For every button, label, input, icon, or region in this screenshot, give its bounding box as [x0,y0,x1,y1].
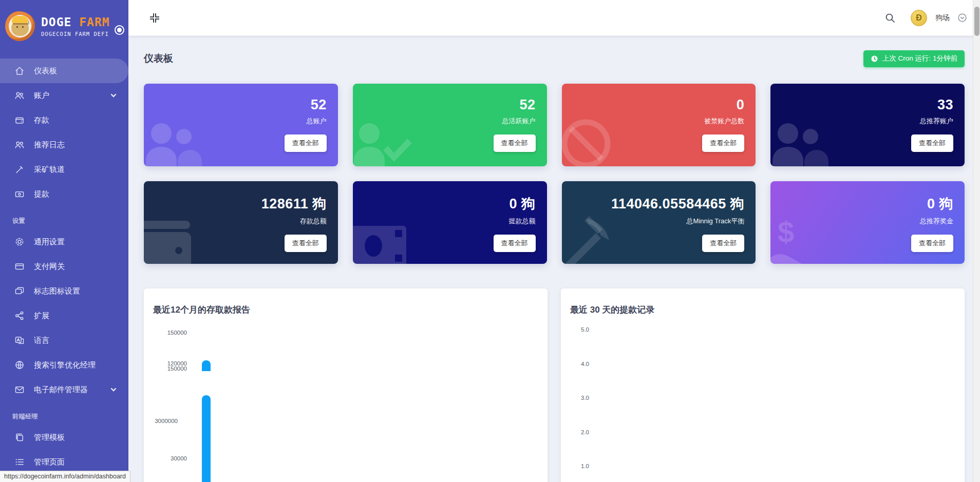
view-all-button[interactable]: 查看全部 [702,235,744,252]
sidebar-item-label: 提款 [34,189,49,199]
share-nodes-icon [14,311,25,321]
page-scrollbar[interactable] [973,0,980,482]
sidebar-item-pickaxe[interactable]: 采矿轨道 [0,157,128,182]
sidebar-item-users[interactable]: 账户 [0,83,128,108]
sidebar-item-wallet[interactable]: 存款 [0,108,128,132]
user-avatar[interactable]: Ð [911,10,927,26]
y-axis-tick-label: 150000 [151,365,187,372]
view-all-button[interactable]: 查看全部 [911,134,953,152]
clock-icon [871,55,878,63]
stat-cards-row-1: 52总账户查看全部52总活跃账户查看全部0被禁账户总数查看全部33总推荐账户查看… [144,84,965,166]
view-all-button[interactable]: 查看全部 [285,235,327,252]
y-axis-tick-label: 1.0 [553,463,589,469]
pickaxe-icon [14,164,25,175]
content: 仪表板 上次 Cron 运行: 1分钟前 52总账户查看全部52总活跃账户查看全… [128,36,980,482]
stat-card-value: 114046.05584465 狗 [611,195,744,213]
doge-logo-icon [5,11,35,41]
sidebar-pin-toggle[interactable] [115,25,124,35]
sidebar-item-globe[interactable]: 搜索引擎优化经理 [0,353,128,377]
brand-title: DOGE FARM [41,15,110,29]
sidebar-item-envelope[interactable]: 电子邮件管理器 [0,377,128,402]
sidebar-item-language[interactable]: 语言 [0,328,128,353]
referral-users-icon [14,140,25,150]
stat-card-value: 0 [737,97,745,113]
sidebar-section-header: 前端经理 [0,402,128,425]
chart-title: 最近12个月的存取款报告 [153,304,250,316]
view-all-button[interactable]: 查看全部 [494,134,536,152]
users-icon [144,112,206,166]
stat-card: 52总活跃账户查看全部 [353,84,547,166]
withdrawals-30days-chart: 最近 30 天的提款记录 5.04.03.02.01.0 [561,288,965,482]
y-axis-tick-label: 150000 [151,330,187,336]
charts-row: 最近12个月的存取款报告 150000120000150000300000030… [144,288,965,482]
y-axis-tick-label: 3.0 [553,395,589,401]
sidebar-item-label: 仪表板 [34,66,57,76]
stat-card-value: 52 [519,97,535,113]
sidebar-item-images[interactable]: 标志图标设置 [0,279,128,303]
stat-card-label: 总推荐账户 [920,117,953,126]
search-icon[interactable] [885,13,895,23]
stat-card-value: 0 狗 [927,195,953,213]
sidebar-item-credit-card[interactable]: 支付网关 [0,254,128,279]
sidebar-item-cog[interactable]: 通用设置 [0,229,128,254]
chevron-down-icon[interactable] [110,92,117,99]
sidebar-collapse-icon[interactable] [149,12,160,24]
user-menu-chevron-icon[interactable] [958,13,967,22]
sidebar-item-money-bill[interactable]: 提款 [0,182,128,206]
home-icon [14,66,25,76]
sidebar-item-clone[interactable]: 管理模板 [0,425,128,450]
chart-bar [202,360,211,371]
scrollbar-thumb[interactable] [974,7,979,36]
stat-card: 128611 狗存款总额查看全部 [144,181,338,264]
sidebar-item-label: 采矿轨道 [34,165,65,175]
view-all-button[interactable]: 查看全部 [494,235,536,252]
images-icon [14,286,25,296]
cron-status-button[interactable]: 上次 Cron 运行: 1分钟前 [863,50,965,67]
chart-bar [202,395,211,482]
stat-card-value: 128611 狗 [261,195,327,213]
sidebar-item-label: 推荐日志 [34,140,65,150]
sidebar-item-label: 管理模板 [34,433,65,442]
view-all-button[interactable]: 查看全部 [285,134,327,152]
y-axis-tick-label: 3000000 [142,418,178,424]
sidebar-item-label: 存款 [34,115,49,125]
sidebar-item-label: 搜索引擎优化经理 [34,360,96,370]
sidebar-item-label: 支付网关 [34,262,65,272]
view-all-button[interactable]: 查看全部 [702,134,744,152]
money-bill-icon [353,209,416,264]
view-all-button[interactable]: 查看全部 [911,235,953,252]
page-title: 仪表板 [144,52,173,65]
language-icon [14,335,25,345]
sidebar-item-share-nodes[interactable]: 扩展 [0,303,128,328]
sidebar-section-header: 设置 [0,206,128,229]
stat-card: 33总推荐账户查看全部 [770,84,965,166]
stat-card-label: 总活跃账户 [502,117,536,126]
sidebar-item-home[interactable]: 仪表板 [0,59,128,83]
sidebar-item-label: 账户 [34,91,49,101]
sidebar-item-referral-users[interactable]: 推荐日志 [0,132,128,157]
stat-card: 52总账户查看全部 [144,84,338,166]
y-axis-tick-label: 30000 [151,455,187,461]
sidebar-item-label: 标志图标设置 [34,286,80,296]
stat-card: 0被禁账户总数查看全部 [562,84,756,166]
stat-card-value: 0 狗 [509,195,535,213]
wallet-icon [144,209,206,264]
globe-icon [14,360,25,370]
stat-card-label: 被禁账户总数 [704,117,744,126]
hammer-icon [562,209,625,264]
sidebar: DOGE FARM DOGECOIN FARM DEFI 仪表板账户存款推荐日志… [0,0,128,482]
stat-card-label: 存款总额 [300,217,327,226]
list-icon [14,457,25,467]
brand-subtitle: DOGECOIN FARM DEFI [41,31,110,37]
y-axis-tick-label: 2.0 [553,429,589,435]
clone-icon [14,432,25,442]
sidebar-item-label: 通用设置 [34,237,65,247]
sidebar-item-label: 管理页面 [34,457,65,467]
stat-card-label: 总账户 [307,117,327,126]
sidebar-nav: 仪表板账户存款推荐日志采矿轨道提款设置通用设置支付网关标志图标设置扩展语言搜索引… [0,59,128,474]
chevron-down-icon[interactable] [110,386,117,393]
brand[interactable]: DOGE FARM DOGECOIN FARM DEFI [0,0,128,51]
app-window: DOGE FARM DOGECOIN FARM DEFI 仪表板账户存款推荐日志… [0,0,980,482]
envelope-icon [14,384,25,395]
chart-title: 最近 30 天的提款记录 [570,304,654,316]
